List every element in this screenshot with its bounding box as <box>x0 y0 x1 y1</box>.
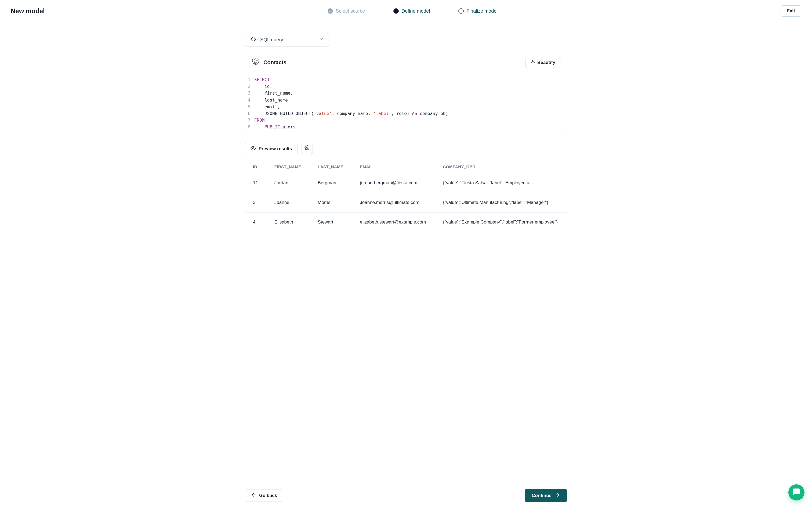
page-title: New model <box>11 7 45 15</box>
results-table: IDFIRST_NAMELAST_NAMEEMAILCOMPANY_OBJ 11… <box>245 161 567 232</box>
chevron-down-icon <box>319 37 324 43</box>
table-cell: Joanne.morris@ultimate.com <box>352 193 435 212</box>
table-row[interactable]: 3JoanneMorrisJoanne.morris@ultimate.com{… <box>245 193 567 212</box>
preview-actions: Preview results <box>245 143 567 155</box>
table-row[interactable]: 11JordanBergmanjordan.bergman@fiesta.com… <box>245 173 567 193</box>
settings-button[interactable] <box>302 143 313 154</box>
table-cell: jordan.bergman@fiesta.com <box>352 173 435 193</box>
table-cell: Bergman <box>310 173 352 193</box>
main-content: SQL query Contacts <box>234 22 578 264</box>
table-cell: 3 <box>245 193 266 212</box>
svg-point-2 <box>253 147 254 149</box>
line-gutter: 12345678 <box>245 76 254 131</box>
table-header-row: IDFIRST_NAMELAST_NAMEEMAILCOMPANY_OBJ <box>245 161 567 173</box>
dot-active-icon <box>393 8 399 14</box>
preview-label: Preview results <box>259 146 292 152</box>
table-cell: 11 <box>245 173 266 193</box>
table-header-cell: COMPANY_OBJ <box>435 161 568 173</box>
code-content[interactable]: SELECT id, first_name, last_name, email,… <box>254 76 567 131</box>
sql-editor-card: Contacts Beautify 12345678 SELECT id, fi… <box>245 52 567 135</box>
step-divider <box>370 11 389 11</box>
table-header-cell: LAST_NAME <box>310 161 352 173</box>
table-row[interactable]: 4ElisabethStewartelizabeth.stewart@examp… <box>245 212 567 232</box>
code-icon <box>250 36 257 44</box>
step-divider <box>435 11 454 11</box>
table-header-cell: ID <box>245 161 266 173</box>
circle-pending-icon <box>458 8 464 14</box>
eye-icon <box>251 145 256 152</box>
sparkles-icon <box>530 59 535 66</box>
step-label: Finalize model <box>466 8 498 14</box>
table-cell: Stewart <box>310 212 352 232</box>
table-cell: Jordan <box>266 173 310 193</box>
table-cell: {"value":"Example Company","label":"Form… <box>435 212 568 232</box>
svg-point-3 <box>306 147 308 149</box>
table-header-cell: EMAIL <box>352 161 435 173</box>
postgres-icon <box>252 58 260 67</box>
table-cell: 4 <box>245 212 266 232</box>
source-type-dropdown[interactable]: SQL query <box>245 33 329 46</box>
source-type-label: SQL query <box>260 37 283 43</box>
step-finalize-model: Finalize model <box>458 8 498 14</box>
check-icon <box>328 8 333 14</box>
editor-header: Contacts Beautify <box>245 52 567 73</box>
stepper: Select source Define model Finalize mode… <box>328 8 498 14</box>
step-label: Select source <box>336 8 365 14</box>
table-header-cell: FIRST_NAME <box>266 161 310 173</box>
topbar: New model Select source Define model Fin… <box>0 0 812 22</box>
beautify-label: Beautify <box>537 60 555 65</box>
step-define-model: Define model <box>393 8 430 14</box>
sql-editor[interactable]: 12345678 SELECT id, first_name, last_nam… <box>245 73 567 135</box>
editor-title: Contacts <box>263 59 286 66</box>
table-cell: Joanne <box>266 193 310 212</box>
table-cell: {"value":"Ultimate Manufacturing","label… <box>435 193 568 212</box>
preview-results-button[interactable]: Preview results <box>245 143 298 155</box>
gear-icon <box>305 145 310 151</box>
step-label: Define model <box>401 8 430 14</box>
table-cell: {"value":"Fiesta Salsa","label":"Employe… <box>435 173 568 193</box>
step-select-source: Select source <box>328 8 365 14</box>
table-cell: Elisabeth <box>266 212 310 232</box>
exit-button[interactable]: Exit <box>780 5 801 17</box>
table-cell: elizabeth.stewart@example.com <box>352 212 435 232</box>
svg-point-0 <box>255 60 255 61</box>
svg-point-1 <box>256 60 257 61</box>
table-cell: Morris <box>310 193 352 212</box>
beautify-button[interactable]: Beautify <box>525 57 560 68</box>
